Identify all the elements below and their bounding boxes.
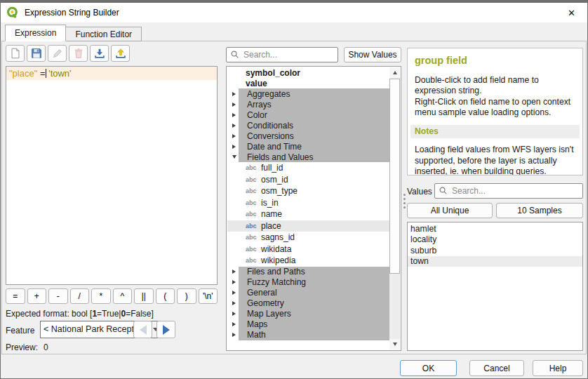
tree-item[interactable]: abcosm_type	[227, 185, 389, 197]
value-item[interactable]: hamlet	[408, 223, 582, 234]
new-expression-button[interactable]	[6, 45, 25, 62]
tree-item[interactable]: Geometry	[227, 298, 389, 309]
tree-item[interactable]: Date and Time	[227, 141, 389, 152]
tree-item[interactable]: symbol_color	[227, 67, 389, 78]
operator-button[interactable]: ||	[134, 288, 154, 304]
operator-button[interactable]: =	[6, 288, 25, 304]
qgis-logo-icon	[6, 6, 19, 19]
values-search-input[interactable]	[435, 184, 582, 198]
panel-splitter-handle[interactable]	[403, 194, 406, 208]
expression-token-operator: =	[37, 68, 45, 79]
field-label: place	[261, 221, 281, 231]
text-field-icon: abc	[246, 176, 261, 183]
expand-icon[interactable]	[229, 280, 239, 284]
edit-expression-button[interactable]	[48, 45, 67, 62]
expand-icon[interactable]	[229, 291, 239, 295]
function-search	[226, 47, 338, 62]
operator-button[interactable]: -	[48, 288, 68, 304]
cancel-button[interactable]: Cancel	[469, 360, 524, 376]
tree-item[interactable]: abcfull_id	[227, 162, 389, 174]
tree-item[interactable]: abcsagns_id	[227, 232, 389, 244]
previous-feature-button[interactable]	[133, 321, 152, 338]
scroll-down-icon[interactable]	[389, 339, 400, 350]
arrow-down-tray-icon	[93, 47, 106, 60]
tree-item[interactable]: Color	[227, 109, 389, 120]
all-unique-button[interactable]: All Unique	[407, 203, 493, 218]
tree-item[interactable]: abcname	[227, 208, 389, 220]
collapse-icon[interactable]	[229, 155, 239, 159]
expand-icon[interactable]	[229, 301, 239, 305]
value-item[interactable]: town	[408, 256, 582, 267]
tree-item[interactable]: Files and Paths	[227, 267, 389, 277]
expand-icon[interactable]	[229, 312, 239, 316]
expression-text[interactable]: "place" = 'town'	[6, 67, 217, 80]
operator-button[interactable]: )	[177, 288, 196, 304]
help-paragraph: Double-click to add field name to expres…	[415, 75, 575, 97]
text-field-icon: abc	[246, 164, 261, 171]
field-label: sagns_id	[261, 232, 295, 242]
arrow-left-icon	[140, 325, 147, 335]
export-expressions-button[interactable]	[111, 45, 130, 62]
tree-item[interactable]: Fuzzy Matching	[227, 277, 389, 288]
tab-expression[interactable]: Expression	[5, 25, 66, 41]
tree-item[interactable]: Map Layers	[227, 309, 389, 319]
group-label: Fields and Values	[247, 152, 314, 162]
values-list: hamletlocalitysuburbtown	[407, 222, 583, 351]
tree-item[interactable]: abcis_in	[227, 197, 389, 209]
preview-value: 0	[44, 343, 48, 352]
operator-button[interactable]: '\n'	[199, 288, 218, 304]
tree-item[interactable]: Arrays	[227, 99, 389, 109]
expand-icon[interactable]	[229, 113, 239, 117]
expression-editor[interactable]: "place" = 'town'	[6, 66, 218, 285]
tree-item[interactable]: value	[227, 78, 389, 88]
ok-button[interactable]: OK	[400, 360, 457, 376]
expand-icon[interactable]	[229, 145, 239, 149]
scroll-up-icon[interactable]	[389, 67, 400, 78]
ten-samples-button[interactable]: 10 Samples	[496, 203, 583, 218]
tree-item[interactable]: Maps	[227, 319, 389, 330]
expand-icon[interactable]	[229, 134, 239, 138]
feature-combobox-value[interactable]: < National Park Reception & Shop	[41, 321, 149, 338]
expand-icon[interactable]	[229, 92, 239, 96]
value-item[interactable]: suburb	[408, 245, 582, 256]
expand-icon[interactable]	[229, 333, 239, 337]
group-label: Files and Paths	[247, 267, 305, 277]
tree-item[interactable]: abcosm_id	[227, 174, 389, 186]
expand-icon[interactable]	[229, 124, 239, 128]
help-button[interactable]: Help	[533, 360, 583, 376]
tree-item[interactable]: Conditionals	[227, 120, 389, 131]
tree-item[interactable]: abcwikipedia	[227, 255, 389, 267]
value-item[interactable]: locality	[408, 234, 582, 246]
import-expressions-button[interactable]	[90, 45, 109, 62]
operator-button[interactable]: /	[70, 288, 90, 304]
tree-item[interactable]: Math	[227, 330, 389, 340]
tree-item[interactable]: abcplace	[227, 220, 389, 232]
save-expression-button[interactable]	[27, 45, 46, 62]
delete-expression-button[interactable]	[69, 45, 88, 62]
tree-item[interactable]: Conversions	[227, 131, 389, 141]
operator-button[interactable]: ^	[113, 288, 133, 304]
help-paragraph: Right-Click on field name to open contex…	[415, 97, 575, 119]
expand-icon[interactable]	[229, 270, 239, 274]
arrow-right-icon	[163, 325, 170, 335]
show-values-button[interactable]: Show Values	[344, 47, 401, 62]
next-feature-button[interactable]	[156, 321, 175, 338]
scrollbar-thumb[interactable]	[389, 79, 400, 274]
variable-label: symbol_color	[246, 68, 300, 78]
function-search-input[interactable]	[227, 48, 338, 62]
expand-icon[interactable]	[229, 322, 239, 326]
operator-button[interactable]: (	[156, 288, 175, 304]
close-icon[interactable]: ✕	[556, 3, 587, 22]
tab-function-editor[interactable]: Function Editor	[66, 27, 142, 41]
tree-item[interactable]: General	[227, 288, 389, 298]
expand-icon[interactable]	[229, 102, 239, 107]
function-list-scrollbar[interactable]	[389, 67, 400, 350]
function-tree: symbol_colorvalueAggregatesArraysColorCo…	[227, 67, 389, 350]
tree-item[interactable]: abcwikidata	[227, 244, 389, 255]
help-panel: group field Double-click to add field na…	[407, 48, 583, 175]
operator-button[interactable]: *	[91, 288, 111, 304]
tree-item[interactable]: Aggregates	[227, 88, 389, 99]
pencil-icon	[51, 47, 64, 60]
tree-item[interactable]: Fields and Values	[227, 152, 389, 162]
operator-button[interactable]: +	[27, 288, 47, 304]
